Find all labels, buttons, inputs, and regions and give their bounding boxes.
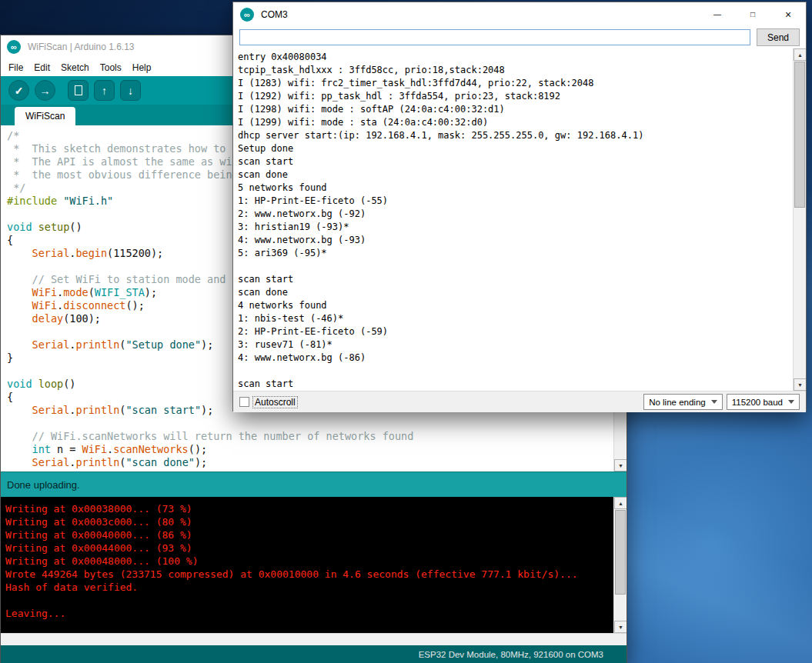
serial-output-line: 2: www.networx.bg (-92)	[238, 208, 806, 221]
ide-window-title: WiFiScan | Arduino 1.6.13	[28, 42, 135, 52]
open-button[interactable]: ↑	[94, 80, 115, 101]
arrow-down-icon: ↓	[128, 85, 133, 97]
close-icon: ×	[785, 8, 791, 21]
board-status-text: ESP32 Dev Module, 80MHz, 921600 on COM3	[419, 650, 603, 659]
save-button[interactable]: ↓	[120, 80, 141, 101]
verify-button[interactable]: ✓	[8, 80, 29, 101]
serial-output-line: scan start	[238, 155, 806, 168]
console-line: Wrote 449264 bytes (233715 compressed) a…	[5, 568, 627, 581]
console-line: Writing at 0x00044000... (93 %)	[5, 541, 627, 555]
serial-window-title: COM3	[261, 9, 288, 20]
serial-output-line	[238, 260, 806, 273]
ide-footer: ESP32 Dev Module, 80MHz, 921600 on COM3	[1, 645, 627, 663]
serial-output-line: 1: nbis-test (-46)*	[238, 312, 806, 325]
menu-file[interactable]: File	[3, 60, 28, 75]
console-line: Writing at 0x00048000... (100 %)	[5, 555, 627, 568]
serial-scrollbar-thumb[interactable]	[794, 62, 805, 208]
line-ending-select[interactable]: No line ending	[643, 394, 723, 410]
serial-output-line: scan done	[238, 168, 806, 182]
console-horizontal-scrollbar[interactable]	[1, 633, 627, 645]
serial-output-line: 5: ari369 (-95)*	[238, 247, 806, 260]
console-line: Writing at 0x00038000... (73 %)	[5, 502, 627, 515]
serial-titlebar[interactable]: ∞ COM3 — □ ×	[233, 2, 806, 26]
baud-rate-value: 115200 baud	[732, 398, 783, 407]
menu-help[interactable]: Help	[127, 60, 157, 75]
serial-output-line: I (1299) wifi: mode : sta (24:0a:c4:00:3…	[238, 116, 806, 129]
ide-console: Writing at 0x00038000... (73 %)Writing a…	[1, 497, 627, 633]
console-line: Hash of data verified.	[5, 581, 627, 594]
console-output: Writing at 0x00038000... (73 %)Writing a…	[1, 497, 627, 620]
new-sketch-button[interactable]	[68, 80, 89, 101]
serial-output-line: 2: HP-Print-EE-ficeto (-59)	[238, 325, 806, 338]
scroll-down-icon[interactable]: ▼	[794, 378, 806, 391]
serial-output-line: I (1298) wifi: mode : softAP (24:0a:c4:0…	[238, 103, 806, 116]
serial-output-line: 4: www.networx.bg (-93)	[238, 234, 806, 247]
new-document-icon	[75, 85, 82, 95]
maximize-button[interactable]: □	[735, 2, 770, 26]
arrow-right-icon: →	[40, 85, 51, 97]
serial-output-line: 4 networks found	[238, 299, 806, 312]
serial-input[interactable]	[239, 29, 750, 45]
serial-output-line: 4: www.networx.bg (-86)	[238, 351, 806, 365]
menu-sketch[interactable]: Sketch	[55, 60, 95, 75]
maximize-icon: □	[750, 10, 755, 18]
serial-scrollbar[interactable]: ▲ ▼	[793, 48, 806, 391]
scroll-up-icon[interactable]: ▲	[794, 48, 806, 61]
console-line: Writing at 0x0003c000... (80 %)	[5, 515, 627, 528]
serial-output-line: entry 0x40080034	[238, 51, 806, 64]
line-ending-value: No line ending	[649, 398, 706, 407]
autoscroll-label: Autoscroll	[253, 397, 297, 408]
serial-output-line: 3: hristian19 (-93)*	[238, 221, 806, 234]
serial-output-panel: entry 0x40080034tcpip_task_hdlxxx : 3ffd…	[233, 48, 806, 391]
code-line: // WiFi.scanNetworks will return the num…	[7, 430, 627, 443]
window-controls: — □ ×	[700, 2, 806, 26]
serial-output-line: I (1283) wifi: frc2_timer_task_hdl:3ffd7…	[238, 77, 806, 90]
serial-output-line: tcpip_task_hdlxxx : 3ffd58cc, prio:18,st…	[238, 64, 806, 77]
autoscroll-checkbox[interactable]	[239, 397, 249, 407]
serial-output-line: Setup done	[238, 142, 806, 155]
close-button[interactable]: ×	[770, 2, 806, 26]
arduino-logo-icon: ∞	[240, 8, 254, 22]
menu-tools[interactable]: Tools	[95, 60, 127, 75]
serial-output: entry 0x40080034tcpip_task_hdlxxx : 3ffd…	[233, 48, 806, 391]
chevron-down-icon	[711, 400, 717, 404]
upload-button[interactable]: →	[35, 80, 55, 101]
console-line	[5, 594, 627, 607]
code-line	[7, 417, 627, 430]
code-line: Serial.println("scan done");	[7, 456, 627, 469]
scroll-up-icon[interactable]: ▲	[614, 497, 627, 509]
serial-output-line: scan done	[238, 286, 806, 299]
console-scrollbar[interactable]: ▲ ▼	[613, 497, 627, 633]
ide-status-message: Done uploading.	[1, 471, 627, 497]
serial-output-line: 5 networks found	[238, 182, 806, 195]
arrow-up-icon: ↑	[102, 85, 107, 97]
check-icon: ✓	[15, 85, 24, 97]
arduino-logo-icon: ∞	[7, 40, 21, 54]
chevron-down-icon	[788, 400, 794, 404]
serial-bottom-bar: Autoscroll No line ending 115200 baud	[233, 391, 806, 412]
serial-output-line: 1: HP-Print-EE-ficeto (-55)	[238, 195, 806, 208]
scroll-down-icon[interactable]: ▼	[614, 621, 627, 633]
serial-output-line: scan start	[238, 378, 806, 391]
console-line: Leaving...	[5, 607, 627, 620]
send-button[interactable]: Send	[757, 28, 800, 46]
baud-rate-select[interactable]: 115200 baud	[727, 394, 800, 410]
menu-edit[interactable]: Edit	[28, 60, 55, 75]
windows-desktop: ∞ WiFiScan | Arduino 1.6.13 FileEditSket…	[0, 0, 812, 663]
tab-label: WiFiScan	[25, 111, 65, 122]
console-scrollbar-thumb[interactable]	[615, 510, 626, 595]
serial-output-line	[238, 365, 806, 378]
serial-input-row: Send	[233, 26, 806, 48]
serial-output-line: I (1292) wifi: pp_task_hdl : 3ffda554, p…	[238, 90, 806, 103]
minimize-icon: —	[713, 10, 721, 18]
serial-output-line: dhcp server start:(ip: 192.168.4.1, mask…	[238, 129, 806, 142]
tab-wifiscan[interactable]: WiFiScan	[15, 107, 75, 125]
minimize-button[interactable]: —	[700, 2, 735, 26]
console-line: Writing at 0x00040000... (86 %)	[5, 528, 627, 541]
code-line: int n = WiFi.scanNetworks();	[7, 443, 627, 456]
scroll-down-icon[interactable]: ▼	[614, 459, 627, 471]
serial-output-line: 3: rusev71 (-81)*	[238, 338, 806, 351]
serial-monitor-window: ∞ COM3 — □ × Send entry 0x40080034tcpip_…	[232, 2, 807, 411]
serial-output-line: scan start	[238, 273, 806, 286]
